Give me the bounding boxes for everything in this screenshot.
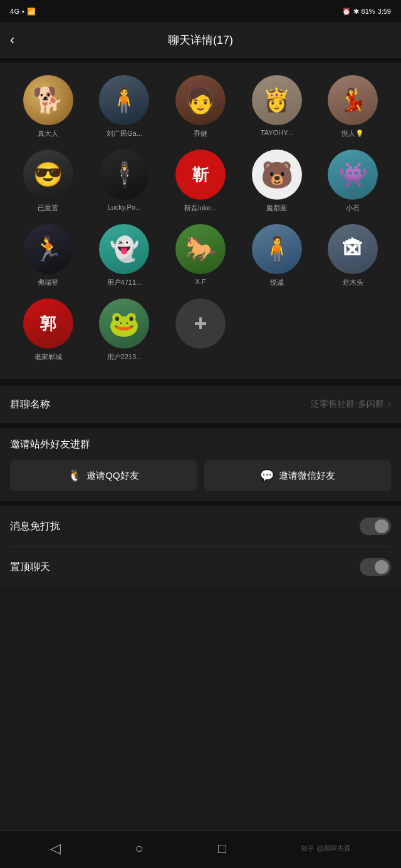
gap-invite bbox=[0, 423, 401, 428]
member-item[interactable]: 🐻魔都圆 bbox=[239, 150, 315, 213]
member-item[interactable]: 🏃弗瑞登 bbox=[10, 224, 86, 287]
member-item[interactable]: + bbox=[162, 299, 239, 362]
pin-toggle[interactable] bbox=[360, 558, 391, 576]
member-name: 用户4711... bbox=[107, 278, 142, 287]
avatar: 🧍 bbox=[252, 224, 302, 274]
avatar: 🏚 bbox=[328, 224, 378, 274]
home-nav-button[interactable]: ○ bbox=[135, 840, 143, 857]
member-item[interactable]: 🐎X.F bbox=[162, 224, 239, 287]
group-name-label: 群聊名称 bbox=[10, 398, 50, 411]
gap-mute bbox=[0, 501, 401, 506]
member-name: 刘广民Ga... bbox=[107, 129, 142, 138]
member-item[interactable]: 🧑乔健 bbox=[162, 75, 239, 138]
invite-buttons-container: 🐧 邀请QQ好友 💬 邀请微信好友 bbox=[10, 460, 391, 501]
back-button[interactable]: ‹ bbox=[10, 29, 19, 51]
invite-section: 邀请站外好友进群 🐧 邀请QQ好友 💬 邀请微信好友 bbox=[0, 428, 401, 501]
avatar: 🐸 bbox=[99, 299, 149, 349]
pin-label: 置顶聊天 bbox=[10, 561, 50, 574]
bottom-nav: ◁ ○ □ 知乎 @黑啤先森 bbox=[0, 830, 401, 868]
member-name: 烂木头 bbox=[343, 278, 363, 287]
chevron-icon: › bbox=[388, 399, 391, 410]
member-item[interactable]: 🕴Lucky.Po... bbox=[86, 150, 163, 213]
member-item[interactable]: 郭老家郸城 bbox=[10, 299, 86, 362]
watermark: 知乎 @黑啤先森 bbox=[301, 844, 351, 853]
avatar: 🕴 bbox=[99, 150, 149, 200]
pin-row: 置顶聊天 bbox=[10, 547, 391, 587]
page-title: 聊天详情(17) bbox=[168, 33, 233, 48]
mute-label: 消息免打扰 bbox=[10, 520, 60, 533]
time-display: 3:59 bbox=[378, 8, 391, 15]
avatar: 🐻 bbox=[252, 150, 302, 200]
toggle-settings-section: 消息免打扰 置顶聊天 bbox=[0, 506, 401, 587]
header: ‹ 聊天详情(17) bbox=[0, 23, 401, 58]
avatar: 👸 bbox=[252, 75, 302, 125]
member-item[interactable]: 🧍刘广民Ga... bbox=[86, 75, 163, 138]
member-name: 乔健 bbox=[194, 129, 207, 138]
member-item[interactable]: 🧍悦诚 bbox=[239, 224, 315, 287]
invite-qq-button[interactable]: 🐧 邀请QQ好友 bbox=[10, 460, 197, 491]
member-name: 真大人 bbox=[38, 129, 58, 138]
members-grid: 🐕真大人🧍刘广民Ga...🧑乔健👸TAYOHY...💃悦人💡😎已重置🕴Lucky… bbox=[10, 75, 391, 373]
avatar: 郭 bbox=[23, 299, 73, 349]
members-section: 🐕真大人🧍刘广民Ga...🧑乔健👸TAYOHY...💃悦人💡😎已重置🕴Lucky… bbox=[0, 63, 401, 379]
member-item[interactable]: 🐕真大人 bbox=[10, 75, 86, 138]
bluetooth-icon: ✱ bbox=[353, 8, 359, 16]
divider-1 bbox=[0, 379, 401, 385]
avatar: 💃 bbox=[328, 75, 378, 125]
avatar: 👻 bbox=[99, 224, 149, 274]
status-bar: 4G ▪ 📶 ⏰ ✱ 81% 3:59 bbox=[0, 0, 401, 23]
invite-section-label: 邀请站外好友进群 bbox=[10, 438, 391, 451]
member-name: 用户2213... bbox=[107, 352, 142, 362]
member-name: 小石 bbox=[346, 203, 360, 213]
member-item[interactable]: 👾小石 bbox=[315, 150, 391, 213]
member-name: 已重置 bbox=[38, 203, 58, 213]
group-name-row[interactable]: 群聊名称 泛零售社群-多闪群 › bbox=[10, 385, 391, 423]
avatar: 靳 bbox=[175, 150, 226, 200]
member-name: 老家郸城 bbox=[34, 352, 62, 362]
back-nav-button[interactable]: ◁ bbox=[50, 840, 61, 857]
gap-after-header bbox=[0, 58, 401, 63]
signal-indicator: 4G ▪ 📶 bbox=[10, 8, 36, 16]
member-name: TAYOHY... bbox=[261, 129, 293, 136]
clock-icon: ⏰ bbox=[342, 8, 351, 16]
mute-row: 消息免打扰 bbox=[10, 506, 391, 547]
member-name: X.F bbox=[195, 278, 206, 285]
member-name: 悦诚 bbox=[270, 278, 284, 287]
member-item[interactable]: 🏚烂木头 bbox=[315, 224, 391, 287]
qq-icon: 🐧 bbox=[68, 469, 81, 483]
mute-toggle[interactable] bbox=[360, 518, 391, 535]
group-name-value: 泛零售社群-多闪群 › bbox=[311, 399, 391, 410]
bottom-spacer bbox=[0, 587, 401, 631]
member-item[interactable]: 💃悦人💡 bbox=[315, 75, 391, 138]
avatar: 🐕 bbox=[23, 75, 73, 125]
avatar: 🏃 bbox=[23, 224, 73, 274]
invite-wechat-button[interactable]: 💬 邀请微信好友 bbox=[204, 460, 391, 491]
avatar: 👾 bbox=[328, 150, 378, 200]
member-name: Lucky.Po... bbox=[108, 203, 142, 211]
avatar: 😎 bbox=[23, 150, 73, 200]
status-right: ⏰ ✱ 81% 3:59 bbox=[342, 8, 391, 16]
member-name: 魔都圆 bbox=[266, 203, 287, 213]
battery-text: 81% bbox=[362, 8, 375, 15]
avatar: 🧑 bbox=[175, 75, 226, 125]
avatar: 🐎 bbox=[175, 224, 226, 274]
member-item[interactable]: 🐸用户2213... bbox=[86, 299, 163, 362]
member-item[interactable]: 靳靳磊luke... bbox=[162, 150, 239, 213]
settings-section: 群聊名称 泛零售社群-多闪群 › bbox=[0, 385, 401, 423]
recent-nav-button[interactable]: □ bbox=[218, 840, 226, 857]
member-name: 悦人💡 bbox=[341, 129, 364, 138]
avatar: + bbox=[175, 299, 226, 349]
wechat-icon: 💬 bbox=[260, 469, 274, 483]
member-item[interactable]: 👸TAYOHY... bbox=[239, 75, 315, 138]
avatar: 🧍 bbox=[99, 75, 149, 125]
member-name: 靳磊luke... bbox=[184, 203, 216, 213]
member-item[interactable]: 👻用户4711... bbox=[86, 224, 163, 287]
member-name: 弗瑞登 bbox=[38, 278, 58, 287]
member-item[interactable]: 😎已重置 bbox=[10, 150, 86, 213]
